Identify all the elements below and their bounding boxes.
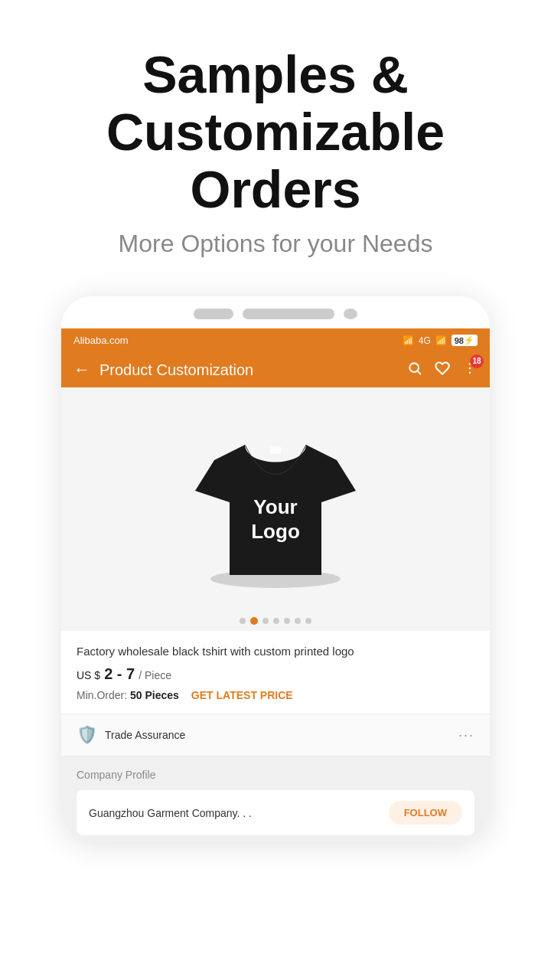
product-tshirt-image: Your Logo	[191, 407, 360, 590]
dot-2	[250, 617, 258, 625]
svg-rect-6	[270, 446, 281, 454]
heart-icon[interactable]	[435, 361, 450, 380]
moq-value: 50 Pieces	[130, 689, 179, 701]
get-latest-price-button[interactable]: GET LATEST PRICE	[191, 689, 293, 701]
price-currency: US $	[77, 669, 100, 681]
product-price: US $ 2 - 7 / Piece	[77, 665, 474, 683]
product-title: Factory wholesale black tshirt with cust…	[77, 643, 474, 659]
dot-1	[240, 618, 246, 624]
back-button[interactable]: ←	[73, 360, 90, 380]
signal-label: 4G	[419, 335, 431, 346]
hero-section: Samples & Customizable Orders More Optio…	[0, 0, 551, 281]
nav-icons: 18	[407, 361, 478, 380]
company-row: Guangzhou Garment Company. . . FOLLOW	[77, 790, 474, 835]
notification-badge: 18	[470, 354, 484, 368]
svg-point-4	[469, 371, 471, 374]
nav-title: Product Customization	[99, 361, 398, 379]
price-unit: / Piece	[139, 669, 171, 681]
follow-button[interactable]: FOLLOW	[389, 801, 462, 825]
notch-pill-right	[344, 309, 357, 319]
moq-label: Min.Order:	[77, 689, 127, 701]
company-name: Guangzhou Garment Company. . .	[89, 807, 252, 819]
dot-5	[284, 618, 290, 624]
notch-pill-center	[243, 309, 334, 319]
trade-assurance-icon: 🛡️	[77, 725, 97, 745]
trade-assurance-left: 🛡️ Trade Assurance	[77, 725, 185, 745]
company-profile-section: Company Profile Guangzhou Garment Compan…	[61, 756, 490, 841]
hero-title: Samples & Customizable Orders	[31, 46, 520, 217]
pagination-dots	[61, 609, 490, 631]
notch-area	[61, 296, 490, 328]
trade-assurance-label: Trade Assurance	[105, 729, 185, 741]
product-moq: Min.Order: 50 Pieces GET LATEST PRICE	[77, 689, 474, 701]
svg-text:Your: Your	[253, 495, 297, 518]
signal-bars-icon: 📶	[435, 335, 447, 346]
battery-indicator: 98⚡	[452, 335, 478, 346]
trade-assurance-bar: 🛡️ Trade Assurance ···	[61, 714, 490, 756]
app-status-bar: Alibaba.com 📶 4G 📶 98⚡	[61, 328, 490, 352]
url-label: Alibaba.com	[73, 335, 129, 346]
dot-3	[262, 618, 269, 624]
app-nav-bar: ← Product Customization 18	[61, 352, 490, 387]
trade-assurance-more-icon[interactable]: ···	[458, 727, 474, 743]
company-profile-label: Company Profile	[77, 769, 474, 781]
svg-line-1	[418, 371, 421, 374]
notch-pill-left	[194, 309, 233, 319]
hero-subtitle: More Options for your Needs	[31, 230, 520, 258]
phone-mockup: Alibaba.com 📶 4G 📶 98⚡ ← Product Customi…	[61, 296, 490, 841]
status-icons: 📶 4G 📶 98⚡	[403, 335, 478, 346]
wifi-icon: 📶	[403, 335, 414, 346]
search-icon[interactable]	[407, 361, 422, 380]
dot-4	[273, 618, 279, 624]
more-icon[interactable]: 18	[462, 361, 478, 380]
dot-7	[305, 618, 311, 624]
product-image-area: Your Logo	[61, 387, 490, 609]
svg-point-3	[469, 368, 471, 370]
price-range: 2 - 7	[104, 665, 135, 682]
dot-6	[295, 618, 301, 624]
svg-text:Logo: Logo	[251, 520, 300, 543]
product-info: Factory wholesale black tshirt with cust…	[61, 631, 490, 714]
